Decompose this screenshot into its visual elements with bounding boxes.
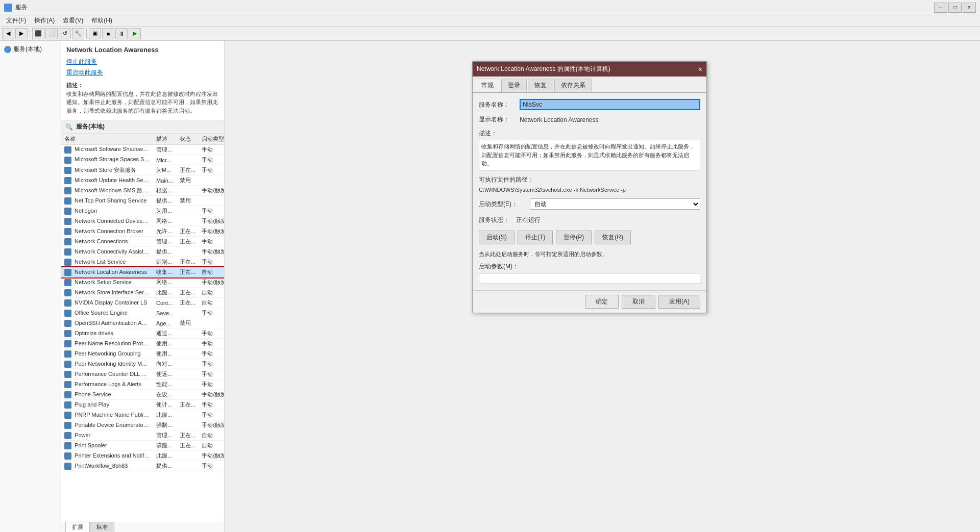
toolbar-btn4[interactable]: 🔧	[72, 28, 84, 39]
service-status-label: 服务状态：	[479, 216, 514, 224]
table-row[interactable]: PNRP Machine Name Publication Service 此服…	[61, 410, 224, 420]
stop-button[interactable]: 停止(T)	[518, 231, 553, 244]
startup-type-select[interactable]: 自动 手动 禁用	[530, 198, 700, 210]
ok-button[interactable]: 确定	[585, 295, 619, 309]
service-name-row: 服务名称：	[479, 99, 700, 110]
menu-view[interactable]: 查看(V)	[59, 15, 87, 26]
table-row[interactable]: Performance Logs & Alerts 性能... 手动 本地服务	[61, 379, 224, 390]
dialog-tab-login[interactable]: 登录	[501, 79, 527, 92]
table-row[interactable]: NVIDIA Display Container LS Cont... 正在..…	[61, 298, 224, 308]
table-row[interactable]: Netlogon 为用... 手动 本地系统	[61, 206, 224, 216]
close-button[interactable]: ×	[963, 3, 976, 13]
table-row[interactable]: Peer Networking Identity Manager 向对... 手…	[61, 359, 224, 369]
table-row[interactable]: Network Connectivity Assistant 提供... 手动(…	[61, 247, 224, 257]
toolbar-btn2[interactable]: ⬜	[45, 28, 58, 39]
table-row[interactable]: Network Connected Devices Auto-Setup 网络.…	[61, 216, 224, 226]
apply-button[interactable]: 应用(A)	[658, 295, 700, 309]
sidebar-item-services[interactable]: 服务(本地)	[2, 43, 59, 56]
menu-file[interactable]: 文件(F)	[2, 15, 30, 26]
table-row[interactable]: Network Setup Service 网络... 手动(触发... 本地系…	[61, 277, 224, 288]
cell-startup: 手动	[199, 206, 224, 216]
table-row[interactable]: Network List Service 识别... 正在... 手动 本地服务	[61, 257, 224, 267]
toolbar-btn5[interactable]: ▣	[89, 28, 101, 39]
col-desc[interactable]: 描述	[153, 134, 177, 145]
resume-button[interactable]: 恢复(R)	[595, 231, 631, 244]
action-buttons: 启动(S) 停止(T) 暂停(P) 恢复(R)	[479, 231, 700, 244]
table-row[interactable]: Power 管理... 正在... 自动 本地系统	[61, 430, 224, 441]
table-row[interactable]: Microsoft Windows SMS 路由器服务。 根据... 手动(触发…	[61, 186, 224, 196]
toolbar-pause[interactable]: ⏸	[115, 28, 128, 39]
cell-name: Performance Logs & Alerts	[61, 379, 153, 390]
table-row[interactable]: OpenSSH Authentication Agent Age... 禁用 本…	[61, 318, 224, 328]
cell-startup: 自动	[199, 298, 224, 308]
desc-content: 收集和存储网络的配置信息，并在此信息被修改时向程序发出通知。如果停止此服务，则配…	[66, 91, 218, 114]
cell-startup: 手动(触发...	[199, 390, 224, 400]
table-row[interactable]: Peer Name Resolution Protocol 使用... 手动 本…	[61, 339, 224, 349]
table-row[interactable]: Printer Extensions and Notifications 此服.…	[61, 451, 224, 461]
cell-desc: 为M...	[153, 165, 177, 175]
cell-name: Microsoft Storage Spaces SMP	[61, 155, 153, 165]
dialog-tab-recovery[interactable]: 恢复	[528, 79, 553, 92]
dialog-close-button[interactable]: ×	[698, 65, 702, 73]
restart-service-link[interactable]: 重启动此服务	[66, 68, 219, 77]
table-row[interactable]: PrintWorkflow_8bh83 提供... 手动 本地系统	[61, 461, 224, 471]
col-status[interactable]: 状态	[177, 134, 199, 145]
tab-extend[interactable]: 扩展	[65, 522, 90, 532]
cancel-button[interactable]: 取消	[622, 295, 655, 309]
toolbar-stop[interactable]: ■	[102, 28, 114, 39]
col-name[interactable]: 名称	[61, 134, 153, 145]
table-row[interactable]: Microsoft Storage Spaces SMP Micr... 手动 …	[61, 155, 224, 165]
menu-action[interactable]: 操作(A)	[30, 15, 59, 26]
table-row[interactable]: Microsoft Software Shadow Copy Provider …	[61, 145, 224, 155]
table-row[interactable]: Office Source Engine Save... 手动 本地系统	[61, 308, 224, 318]
toolbar-play[interactable]: ▶	[129, 28, 141, 39]
cell-status: 正在...	[177, 298, 199, 308]
table-row[interactable]: Print Spooler 该服... 正在... 自动 本地系统	[61, 441, 224, 451]
cell-startup: 手动	[199, 379, 224, 390]
table-row[interactable]: Peer Networking Grouping 使用... 手动 本地服务	[61, 349, 224, 359]
services-list-header: 🔍 服务(本地)	[61, 120, 224, 134]
cell-status: 正在...	[177, 226, 199, 237]
tab-standard[interactable]: 标准	[90, 522, 114, 532]
toolbar-forward[interactable]: ▶	[15, 28, 28, 39]
cell-status	[177, 206, 199, 216]
service-name-input[interactable]	[520, 99, 700, 110]
cell-status	[177, 308, 199, 318]
stop-service-link[interactable]: 停止此服务	[66, 58, 219, 66]
cell-startup: 手动(触发...	[199, 420, 224, 430]
startup-param-input[interactable]	[479, 273, 700, 284]
main-container: 服务(本地) Network Location Awareness 停止此服务 …	[0, 41, 980, 532]
col-startup[interactable]: 启动类型	[199, 134, 224, 145]
table-row[interactable]: Network Connections 管理... 正在... 手动 本地系统	[61, 237, 224, 247]
menu-help[interactable]: 帮助(H)	[87, 15, 116, 26]
table-row[interactable]: Net.Tcp Port Sharing Service 提供... 禁用 本地…	[61, 196, 224, 206]
services-table-container[interactable]: 名称 描述 状态 启动类型 登录为 Microsoft Software Sha…	[61, 134, 224, 522]
cell-status	[177, 247, 199, 257]
table-row[interactable]: Performance Counter DLL Host 使远... 手动 本地…	[61, 369, 224, 379]
table-row[interactable]: Network Connection Broker 允许... 正在... 手动…	[61, 226, 224, 237]
toolbar-up[interactable]: ⬛	[32, 28, 44, 39]
start-button[interactable]: 启动(S)	[479, 231, 514, 244]
desc-label: 描述：	[66, 82, 83, 88]
toolbar-back[interactable]: ◀	[2, 28, 14, 39]
dialog-tab-general[interactable]: 常规	[475, 79, 500, 92]
cell-status: 正在...	[177, 288, 199, 298]
cell-status	[177, 277, 199, 288]
cell-startup: 自动	[199, 288, 224, 298]
cell-desc: 在设...	[153, 390, 177, 400]
table-row[interactable]: Portable Device Enumerator Service 强制...…	[61, 420, 224, 430]
table-row[interactable]: Microsoft Store 安装服务 为M... 正在... 手动 本地系统	[61, 165, 224, 175]
table-row[interactable]: Network Store Interface Service 此服... 正在…	[61, 288, 224, 298]
maximize-button[interactable]: □	[948, 3, 962, 13]
minimize-button[interactable]: —	[934, 3, 947, 13]
cell-name: Peer Networking Grouping	[61, 349, 153, 359]
table-row[interactable]: Microsoft Update Health Service Main... …	[61, 175, 224, 186]
table-row[interactable]: Optimize drives 通过... 手动 本地系统	[61, 328, 224, 339]
dialog-tab-dependencies[interactable]: 依存关系	[554, 79, 592, 92]
pause-button[interactable]: 暂停(P)	[556, 231, 592, 244]
cell-status	[177, 379, 199, 390]
toolbar-refresh[interactable]: ↺	[59, 28, 71, 39]
table-row[interactable]: Network Location Awareness 收集... 正在... 自…	[61, 267, 224, 277]
table-row[interactable]: Phone Service 在设... 手动(触发... 本地系统	[61, 390, 224, 400]
table-row[interactable]: Plug and Play 使计... 正在... 手动 本地系统	[61, 400, 224, 410]
